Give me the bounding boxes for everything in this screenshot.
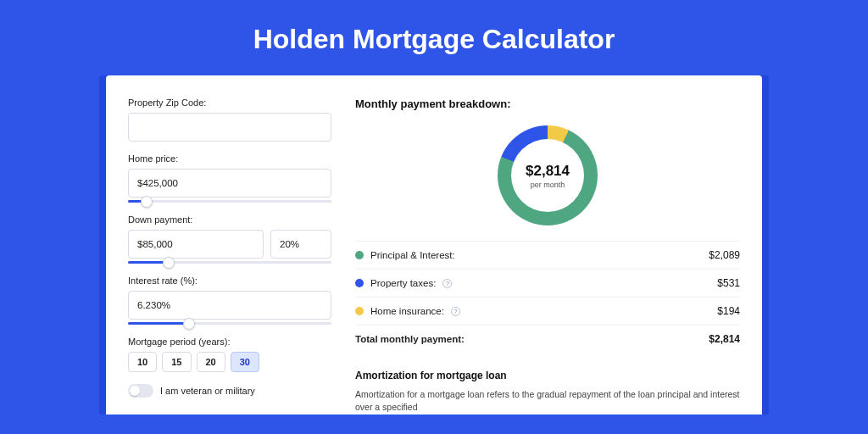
veteran-toggle[interactable] — [128, 384, 153, 398]
down-payment-label: Down payment: — [128, 214, 331, 225]
legend-value: $194 — [717, 305, 740, 317]
zip-input[interactable] — [128, 113, 331, 142]
amortization-text: Amortization for a mortgage loan refers … — [355, 388, 740, 414]
legend: Principal & Interest: $2,089 Property ta… — [355, 241, 740, 353]
period-btn-20[interactable]: 20 — [197, 352, 225, 372]
home-price-field: Home price: — [128, 153, 331, 203]
interest-field: Interest rate (%): — [128, 275, 331, 325]
legend-label: Home insurance: — [370, 306, 444, 316]
swatch-blue — [355, 279, 364, 287]
slider-thumb[interactable] — [183, 318, 195, 330]
legend-row-principal: Principal & Interest: $2,089 — [355, 242, 740, 270]
legend-total-value: $2,814 — [709, 333, 740, 345]
legend-total-label: Total monthly payment: — [355, 334, 465, 344]
veteran-row: I am veteran or military — [128, 384, 331, 398]
period-btn-30[interactable]: 30 — [231, 352, 259, 372]
slider-fill — [128, 322, 189, 325]
breakdown-column: Monthly payment breakdown: $2,814 per mo… — [355, 97, 740, 415]
swatch-yellow — [355, 307, 364, 315]
swatch-green — [355, 251, 364, 259]
interest-input[interactable] — [128, 291, 331, 320]
home-price-slider[interactable] — [128, 200, 331, 203]
home-price-label: Home price: — [128, 153, 331, 164]
legend-label: Principal & Interest: — [370, 250, 455, 260]
donut-sub: per month — [531, 181, 565, 189]
legend-row-insurance: Home insurance: ? $194 — [355, 298, 740, 326]
zip-label: Property Zip Code: — [128, 97, 331, 108]
info-icon[interactable]: ? — [451, 307, 460, 316]
down-payment-slider[interactable] — [128, 261, 331, 264]
legend-row-taxes: Property taxes: ? $531 — [355, 270, 740, 298]
legend-row-total: Total monthly payment: $2,814 — [355, 326, 740, 353]
donut-chart: $2,814 per month — [498, 125, 598, 225]
legend-label: Property taxes: — [370, 278, 436, 288]
slider-thumb[interactable] — [141, 196, 153, 208]
amortization-title: Amortization for mortgage loan — [355, 370, 740, 381]
period-options: 10 15 20 30 — [128, 352, 331, 372]
amortization-section: Amortization for mortgage loan Amortizat… — [355, 370, 740, 414]
interest-label: Interest rate (%): — [128, 275, 331, 286]
period-btn-10[interactable]: 10 — [128, 352, 157, 372]
card-outer: Property Zip Code: Home price: Down paym… — [99, 75, 769, 415]
period-field: Mortgage period (years): 10 15 20 30 — [128, 337, 331, 372]
slider-thumb[interactable] — [163, 257, 175, 269]
donut-wrap: $2,814 per month — [355, 119, 740, 241]
form-column: Property Zip Code: Home price: Down paym… — [128, 97, 331, 415]
period-btn-15[interactable]: 15 — [162, 352, 191, 372]
zip-field: Property Zip Code: — [128, 97, 331, 142]
legend-value: $2,089 — [709, 249, 740, 261]
calculator-card: Property Zip Code: Home price: Down paym… — [106, 75, 762, 415]
legend-value: $531 — [717, 277, 740, 289]
donut-center: $2,814 per month — [498, 125, 598, 225]
page-title: Holden Mortgage Calculator — [0, 0, 868, 75]
donut-value: $2,814 — [526, 163, 570, 180]
veteran-label: I am veteran or military — [160, 386, 255, 396]
info-icon[interactable]: ? — [442, 279, 452, 288]
down-payment-input[interactable] — [128, 230, 264, 259]
down-payment-field: Down payment: — [128, 214, 331, 264]
period-label: Mortgage period (years): — [128, 337, 331, 347]
down-payment-pct-input[interactable] — [270, 230, 331, 259]
home-price-input[interactable] — [128, 169, 331, 198]
interest-slider[interactable] — [128, 322, 331, 325]
breakdown-title: Monthly payment breakdown: — [355, 97, 740, 110]
